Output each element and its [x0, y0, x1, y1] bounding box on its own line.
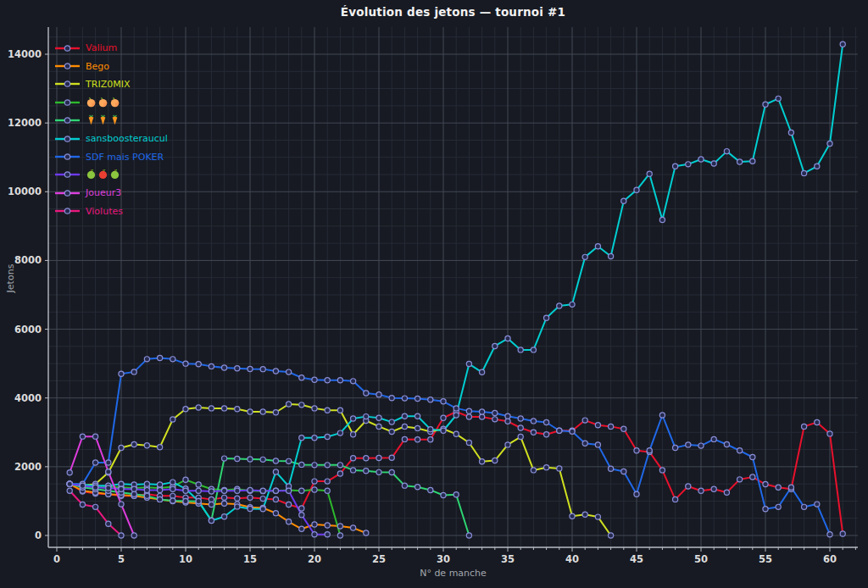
- carrot-icon: [86, 114, 97, 125]
- peach-icon: [86, 97, 97, 108]
- data-point-marker: [788, 130, 793, 135]
- data-point-marker: [93, 460, 98, 465]
- data-point-marker: [595, 442, 600, 447]
- data-point-marker: [711, 436, 716, 441]
- data-point-marker: [196, 488, 201, 493]
- data-point-marker: [428, 397, 433, 402]
- data-point-marker: [235, 407, 240, 412]
- data-point-marker: [570, 302, 575, 307]
- data-point-marker: [119, 502, 124, 507]
- data-point-marker: [196, 405, 201, 410]
- data-point-marker: [634, 187, 639, 192]
- legend-label: Violutes: [86, 206, 123, 217]
- data-point-marker: [686, 162, 691, 167]
- data-point-marker: [531, 347, 536, 352]
- data-point-marker: [737, 448, 743, 453]
- carrot-icon: [97, 114, 108, 125]
- y-tick-label: 0: [35, 530, 42, 541]
- data-point-marker: [750, 454, 755, 459]
- data-point-marker: [453, 406, 459, 411]
- data-point-marker: [235, 366, 240, 371]
- data-point-marker: [222, 495, 227, 500]
- data-point-marker: [634, 491, 639, 496]
- data-point-marker: [595, 514, 600, 519]
- data-point-marker: [183, 477, 188, 482]
- legend-label: SDF mais POKER: [86, 152, 164, 163]
- data-point-marker: [518, 434, 523, 439]
- data-point-marker: [480, 414, 485, 419]
- legend-label: Joueur3: [86, 187, 121, 198]
- legend-sample-line: [54, 133, 81, 145]
- data-point-marker: [287, 458, 292, 463]
- data-point-marker: [273, 488, 278, 493]
- data-point-marker: [531, 430, 536, 435]
- x-tick-label: 20: [308, 553, 321, 565]
- y-tick-label: 8000: [14, 254, 42, 266]
- data-point-marker: [67, 481, 72, 486]
- data-point-marker: [441, 492, 446, 497]
- data-point-marker: [248, 495, 253, 500]
- data-point-marker: [466, 440, 471, 445]
- data-point-marker: [531, 419, 536, 424]
- data-point-marker: [621, 469, 626, 474]
- x-axis-title: N° de manche: [48, 568, 858, 579]
- data-point-marker: [183, 498, 188, 503]
- data-point-marker: [441, 428, 446, 433]
- data-point-marker: [724, 490, 729, 495]
- data-point-marker: [351, 432, 356, 437]
- data-point-marker: [609, 253, 614, 258]
- data-point-marker: [595, 244, 600, 249]
- data-point-marker: [776, 485, 781, 490]
- data-point-marker: [428, 437, 433, 442]
- data-point-marker: [312, 377, 317, 382]
- data-point-marker: [815, 419, 820, 424]
- data-point-marker: [209, 406, 214, 411]
- data-point-marker: [711, 161, 716, 166]
- data-point-marker: [402, 396, 407, 401]
- data-point-marker: [376, 424, 381, 429]
- data-point-marker: [595, 423, 600, 428]
- data-point-marker: [299, 435, 304, 441]
- data-point-marker: [312, 463, 317, 468]
- data-point-marker: [737, 477, 743, 482]
- data-point-marker: [337, 524, 342, 529]
- data-point-marker: [776, 504, 781, 509]
- data-point-marker: [351, 416, 356, 421]
- chart-canvas: 0510152025303540455055600200040006000800…: [0, 0, 868, 588]
- data-point-marker: [209, 363, 214, 369]
- legend-sample-line: [54, 42, 81, 54]
- red-apple-icon: [97, 169, 108, 180]
- data-point-marker: [505, 442, 510, 447]
- data-point-marker: [337, 471, 342, 476]
- series-line-SDF mais POKER: [70, 358, 830, 534]
- data-point-marker: [235, 504, 240, 509]
- legend-label: [86, 114, 121, 126]
- data-point-marker: [750, 474, 755, 480]
- data-point-marker: [659, 217, 665, 222]
- data-point-marker: [325, 378, 330, 383]
- data-point-marker: [466, 414, 471, 419]
- data-point-marker: [724, 149, 729, 154]
- data-point-marker: [673, 445, 678, 450]
- data-point-marker: [621, 198, 626, 203]
- legend-item-7: [54, 166, 168, 184]
- data-point-marker: [673, 164, 678, 169]
- legend-sample-line: [54, 151, 81, 163]
- data-point-marker: [119, 371, 124, 376]
- data-point-marker: [492, 343, 498, 348]
- data-point-marker: [196, 498, 201, 503]
- y-tick-label: 14000: [8, 48, 42, 60]
- data-point-marker: [170, 480, 175, 485]
- data-point-marker: [170, 417, 175, 422]
- data-point-marker: [505, 336, 510, 341]
- x-tick-label: 30: [437, 553, 450, 565]
- data-point-marker: [222, 406, 227, 411]
- data-point-marker: [260, 507, 265, 512]
- data-point-marker: [144, 487, 149, 492]
- data-point-marker: [389, 455, 394, 460]
- data-point-marker: [209, 502, 214, 507]
- data-point-marker: [312, 532, 317, 537]
- data-point-marker: [248, 506, 253, 511]
- data-point-marker: [196, 362, 201, 367]
- data-point-marker: [170, 486, 175, 491]
